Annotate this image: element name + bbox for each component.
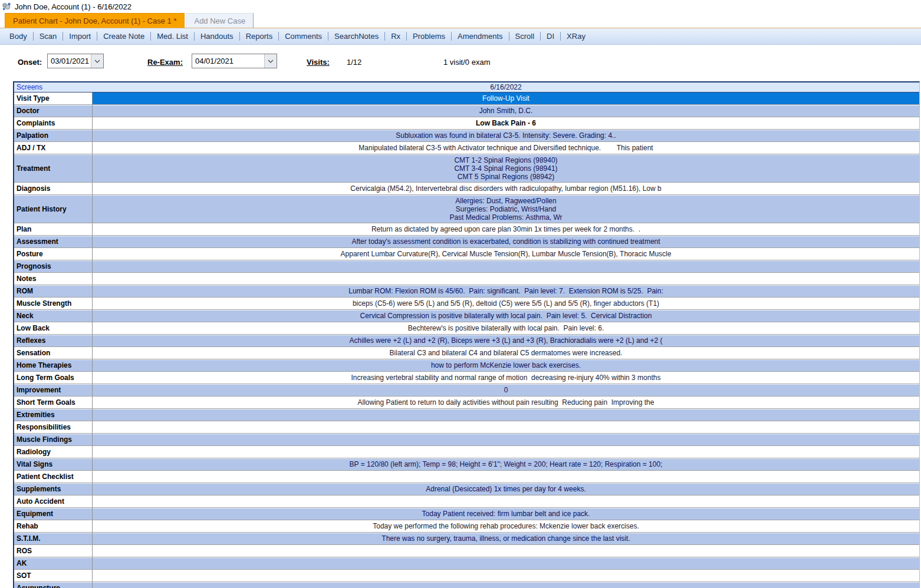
chevron-down-icon[interactable] [91, 54, 103, 68]
row-label-low-back[interactable]: Low Back [14, 322, 93, 334]
row-value-diagnosis[interactable]: Cervicalgia (M54.2), Intervertebral disc… [93, 183, 919, 194]
row-value-rehab[interactable]: Today we performed the following rehab p… [93, 520, 919, 532]
row-label-muscle-strength[interactable]: Muscle Strength [14, 298, 93, 309]
row-value-improvement[interactable]: 0 [93, 384, 919, 396]
row-value-palpation[interactable]: Subluxation was found in bilateral C3-5.… [93, 130, 919, 141]
row-value-rom[interactable]: Lumbar ROM: Flexion ROM is 45/60. Pain: … [93, 285, 919, 297]
menu-item-rx[interactable]: Rx [385, 32, 406, 41]
row-value-treatment[interactable]: CMT 1-2 Spinal Regions (98940)CMT 3-4 Sp… [93, 154, 919, 182]
row-value-patient-history[interactable]: Allergies: Dust, Ragweed/PollenSurgeries… [93, 195, 919, 223]
row-value-reflexes[interactable]: Achilles were +2 (L) and +2 (R), Biceps … [93, 335, 919, 346]
row-value-acupuncture[interactable] [93, 582, 919, 588]
row-value-sot[interactable] [93, 570, 919, 582]
row-value-responsibilities[interactable] [93, 421, 919, 433]
row-label-radiology[interactable]: Radiology [14, 446, 93, 458]
row-label-vital-signs[interactable]: Vital Signs [14, 458, 93, 470]
row-label-short-term-goals[interactable]: Short Term Goals [14, 397, 93, 408]
menu-item-problems[interactable]: Problems [407, 32, 451, 41]
row-label-patient-history[interactable]: Patient History [14, 195, 93, 223]
menu-item-body[interactable]: Body [4, 32, 33, 41]
row-value-short-term-goals[interactable]: Allowing Patient to return to daily acti… [93, 397, 919, 408]
row-label-palpation[interactable]: Palpation [14, 130, 93, 141]
row-label-responsibilities[interactable]: Responsibilities [14, 421, 93, 433]
row-value-radiology[interactable] [93, 446, 919, 458]
menu-item-scan[interactable]: Scan [34, 32, 63, 41]
menu-item-comments[interactable]: Comments [279, 32, 328, 41]
row-label-supplements[interactable]: Supplements [14, 483, 93, 495]
row-label-extremities[interactable]: Extremities [14, 409, 93, 421]
menu-item-amendments[interactable]: Amendments [452, 32, 509, 41]
row-label-rehab[interactable]: Rehab [14, 520, 93, 532]
menu-item-reports[interactable]: Reports [240, 32, 279, 41]
reexam-date-select[interactable]: 04/01/2021 [192, 54, 277, 68]
row-value-doctor[interactable]: John Smith, D.C. [93, 105, 919, 117]
row-value-posture[interactable]: Apparent Lumbar Curvature(R), Cervical M… [93, 248, 919, 260]
row-value-plan[interactable]: Return as dictated by agreed upon care p… [93, 223, 919, 235]
row-value-vital-signs[interactable]: BP = 120/80 (left arm); Temp = 98; Heigh… [93, 458, 919, 470]
row-value-assessment[interactable]: After today's assessment condition is ex… [93, 236, 919, 247]
screens-header-label[interactable]: Screens [14, 83, 93, 91]
row-label-muscle-findings[interactable]: Muscle Findings [14, 434, 93, 445]
menu-item-med-list[interactable]: Med. List [151, 32, 194, 41]
row-label-sensation[interactable]: Sensation [14, 347, 93, 359]
chevron-down-icon[interactable] [264, 54, 277, 68]
menu-item-import[interactable]: Import [63, 32, 97, 41]
row-value-prognosis[interactable] [93, 260, 919, 272]
visit-date-header[interactable]: 6/16/2022 [93, 83, 919, 91]
row-value-complaints[interactable]: Low Back Pain - 6 [93, 117, 919, 129]
row-value-equipment[interactable]: Today Patient received: firm lumbar belt… [93, 508, 919, 520]
tab-add-new-case[interactable]: Add New Case [186, 13, 254, 28]
row-value-patient-checklist[interactable] [93, 471, 919, 483]
row-label-plan[interactable]: Plan [14, 223, 93, 235]
row-label-auto-accident[interactable]: Auto Accident [14, 495, 93, 507]
row-label-ros[interactable]: ROS [14, 545, 93, 557]
row-value-sensation[interactable]: Bilateral C3 and bilateral C4 and bilate… [93, 347, 919, 359]
row-label-treatment[interactable]: Treatment [14, 154, 93, 182]
row-label-home-therapies[interactable]: Home Therapies [14, 359, 93, 371]
menu-item-handouts[interactable]: Handouts [195, 32, 239, 41]
row-label-complaints[interactable]: Complaints [14, 117, 93, 129]
row-label-doctor[interactable]: Doctor [14, 105, 93, 117]
row-label-s-t-i-m[interactable]: S.T.I.M. [14, 533, 93, 544]
menu-item-create-note[interactable]: Create Note [97, 32, 150, 41]
onset-date-select[interactable]: 03/01/2021 [47, 54, 104, 68]
row-label-assessment[interactable]: Assessment [14, 236, 93, 247]
row-value-ros[interactable] [93, 545, 919, 557]
row-label-adj-tx[interactable]: ADJ / TX [14, 142, 93, 154]
row-label-acupuncture[interactable]: Acupuncture [14, 582, 93, 588]
row-value-ak[interactable] [93, 557, 919, 569]
row-label-neck[interactable]: Neck [14, 310, 93, 322]
row-value-s-t-i-m[interactable]: There was no surgery, trauma, illness, o… [93, 533, 919, 544]
row-value-home-therapies[interactable]: how to perform McKenzie lower back exerc… [93, 359, 919, 371]
row-value-muscle-findings[interactable] [93, 434, 919, 445]
menu-item-xray[interactable]: XRay [561, 32, 591, 41]
row-value-notes[interactable] [93, 273, 919, 285]
row-label-ak[interactable]: AK [14, 557, 93, 569]
row-label-diagnosis[interactable]: Diagnosis [14, 183, 93, 194]
row-label-sot[interactable]: SOT [14, 570, 93, 582]
menu-item-scroll[interactable]: Scroll [509, 32, 541, 41]
row-label-patient-checklist[interactable]: Patient Checklist [14, 471, 93, 483]
row-label-reflexes[interactable]: Reflexes [14, 335, 93, 346]
row-label-visit-type[interactable]: Visit Type [14, 93, 93, 104]
row-value-low-back[interactable]: Bechterew's is positive bilaterally with… [93, 322, 919, 334]
row-value-auto-accident[interactable] [93, 495, 919, 507]
row-label-prognosis[interactable]: Prognosis [14, 260, 93, 272]
row-label-improvement[interactable]: Improvement [14, 384, 93, 396]
grid-header: Screens 6/16/2022 [14, 82, 919, 93]
row-value-adj-tx[interactable]: Manipulated bilateral C3-5 with Activato… [93, 142, 919, 154]
row-label-notes[interactable]: Notes [14, 273, 93, 285]
row-value-supplements[interactable]: Adrenal (Desiccated) 1x times per day fo… [93, 483, 919, 495]
row-value-muscle-strength[interactable]: biceps (C5-6) were 5/5 (L) and 5/5 (R), … [93, 298, 919, 309]
row-label-rom[interactable]: ROM [14, 285, 93, 297]
row-label-long-term-goals[interactable]: Long Term Goals [14, 372, 93, 384]
menu-item-searchnotes[interactable]: SearchNotes [328, 32, 384, 41]
menu-item-di[interactable]: DI [541, 32, 560, 41]
row-value-visit-type[interactable]: Follow-Up Visit [93, 93, 919, 104]
row-label-equipment[interactable]: Equipment [14, 508, 93, 520]
row-value-extremities[interactable] [93, 409, 919, 421]
row-value-long-term-goals[interactable]: Increasing vertebral stability and norma… [93, 372, 919, 384]
tab-patient-chart[interactable]: Patient Chart - John Doe, Account (1) - … [5, 13, 185, 28]
row-value-neck[interactable]: Cervical Compression is positive bilater… [93, 310, 919, 322]
row-label-posture[interactable]: Posture [14, 248, 93, 260]
